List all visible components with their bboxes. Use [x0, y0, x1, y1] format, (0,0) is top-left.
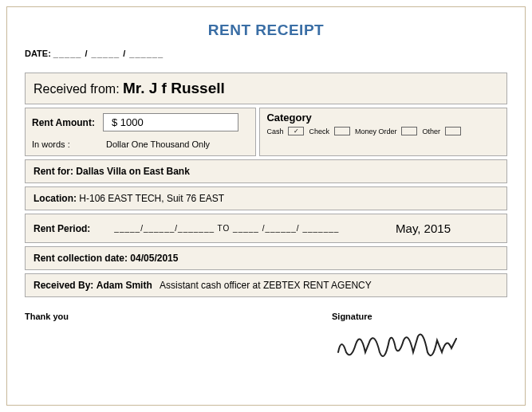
received-from-box: Received from: Mr. J f Russell	[25, 73, 507, 104]
cat-opt-moneyorder-label: Money Order	[355, 128, 397, 135]
cat-opt-other-checkbox[interactable]	[445, 127, 461, 135]
category-options: Cash ✓ Check Money Order Other	[266, 127, 500, 135]
signature-label: Signature	[332, 312, 507, 321]
date-line: DATE: _____ / _____ / ______	[25, 49, 507, 58]
date-blanks: _____ / _____ / ______	[53, 49, 164, 58]
rent-for-value: Dallas Villa on East Bank	[76, 166, 190, 177]
amount-category-row: Rent Amount: $ 1000 In words : Dollar On…	[25, 108, 507, 156]
rent-period-month: May, 2015	[396, 222, 451, 235]
collection-date-label: Rent collection date:	[33, 253, 128, 264]
cat-opt-other-label: Other	[422, 128, 440, 135]
location-value: H-106 EAST TECH, Suit 76 EAST	[79, 193, 224, 204]
rent-period-label: Rent Period:	[33, 223, 90, 234]
category-box: Category Cash ✓ Check Money Order Other	[259, 108, 507, 156]
signature-image	[332, 324, 475, 364]
location-box: Location: H-106 EAST TECH, Suit 76 EAST	[25, 186, 507, 210]
cat-opt-check-label: Check	[309, 128, 329, 135]
collection-date-value: 04/05/2015	[130, 253, 178, 264]
rent-period-blanks: _____/______/_______ TO _____ /______/ _…	[114, 224, 339, 233]
in-words-value: Dollar One Thousand Only	[106, 139, 210, 149]
footer-row: Thank you Signature	[25, 312, 507, 366]
rent-for-label: Rent for:	[33, 166, 73, 177]
rent-amount-value: $ 1000	[103, 113, 238, 131]
cat-opt-check-checkbox[interactable]	[334, 127, 350, 135]
rent-for-box: Rent for: Dallas Villa on East Bank	[25, 159, 507, 183]
category-title: Category	[266, 112, 500, 124]
received-by-name: Adam Smith	[97, 280, 152, 291]
thank-you: Thank you	[25, 312, 69, 366]
in-words-label: In words :	[32, 139, 104, 149]
received-by-box: Received By: Adam Smith Assistant cash o…	[25, 273, 507, 297]
cat-opt-cash-checkbox[interactable]: ✓	[288, 127, 304, 135]
rent-period-box: Rent Period: _____/______/_______ TO ___…	[25, 214, 507, 243]
received-from-label: Received from:	[33, 82, 120, 96]
cat-opt-cash-label: Cash	[266, 128, 283, 135]
date-label: DATE:	[25, 49, 51, 58]
location-label: Location:	[33, 193, 77, 204]
receipt-page: RENT RECEIPT DATE: _____ / _____ / _____…	[6, 6, 526, 406]
cat-opt-moneyorder-checkbox[interactable]	[401, 127, 417, 135]
rent-amount-label: Rent Amount:	[32, 117, 95, 128]
collection-date-box: Rent collection date: 04/05/2015	[25, 246, 507, 270]
received-by-label: Received By:	[33, 280, 93, 291]
received-by-role: Assistant cash officer at ZEBTEX RENT AG…	[160, 280, 372, 291]
document-title: RENT RECEIPT	[25, 22, 507, 39]
signature-column: Signature	[332, 312, 507, 366]
received-from-value: Mr. J f Russell	[123, 80, 225, 96]
rent-amount-box: Rent Amount: $ 1000 In words : Dollar On…	[25, 108, 256, 156]
